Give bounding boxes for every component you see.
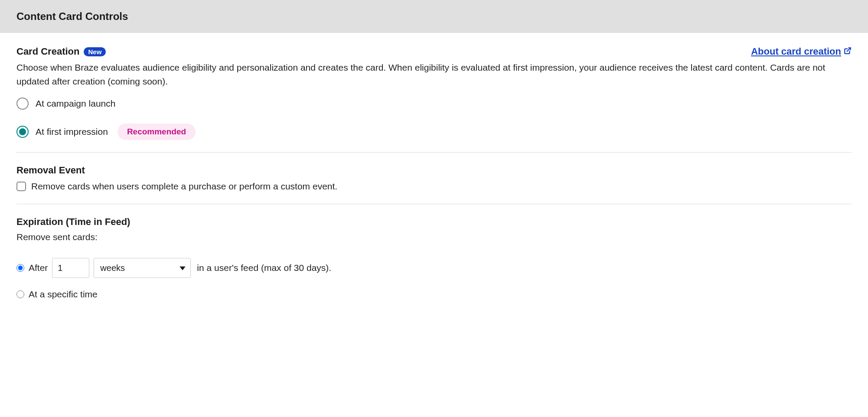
removal-checkbox[interactable] xyxy=(16,182,26,191)
divider xyxy=(16,152,852,153)
radio-after[interactable] xyxy=(16,264,24,272)
divider xyxy=(16,204,852,204)
card-creation-section: Card Creation New About card creation Ch… xyxy=(16,46,852,140)
card-creation-radio-group: At campaign launch At first impression R… xyxy=(16,98,852,140)
about-card-creation-link[interactable]: About card creation xyxy=(751,46,852,57)
unit-select[interactable]: weeks xyxy=(94,258,191,278)
expiration-title: Expiration (Time in Feed) xyxy=(16,216,852,228)
radio-option-campaign-launch[interactable]: At campaign launch xyxy=(16,98,852,110)
radio-specific-time[interactable] xyxy=(16,290,24,298)
removal-checkbox-label: Remove cards when users complete a purch… xyxy=(31,181,337,192)
about-link-text: About card creation xyxy=(751,46,841,57)
recommended-pill: Recommended xyxy=(117,124,196,140)
radio-circle-selected[interactable] xyxy=(16,126,29,138)
expiration-specific-time-row: At a specific time xyxy=(16,289,852,300)
expiration-after-row: After weeks in a user's feed (max of 30 … xyxy=(16,258,852,278)
removal-event-section: Removal Event Remove cards when users co… xyxy=(16,165,852,192)
external-link-icon xyxy=(844,46,852,57)
specific-time-label: At a specific time xyxy=(29,289,98,300)
expiration-section: Expiration (Time in Feed) Remove sent ca… xyxy=(16,216,852,300)
unit-select-value: weeks xyxy=(100,263,125,273)
unit-select-box[interactable]: weeks xyxy=(94,258,191,278)
radio-option-first-impression[interactable]: At first impression Recommended xyxy=(16,124,852,140)
radio-inner-dot xyxy=(19,128,26,135)
expiration-sublabel: Remove sent cards: xyxy=(16,232,852,242)
after-suffix-text: in a user's feed (max of 30 days). xyxy=(197,263,331,273)
section-header-row: Card Creation New About card creation xyxy=(16,46,852,57)
removal-checkbox-row[interactable]: Remove cards when users complete a purch… xyxy=(16,181,852,192)
removal-event-title: Removal Event xyxy=(16,165,852,176)
after-label: After xyxy=(29,263,48,273)
card-creation-title: Card Creation xyxy=(16,46,79,57)
content-area: Card Creation New About card creation Ch… xyxy=(0,33,868,328)
page-title: Content Card Controls xyxy=(16,10,852,23)
card-creation-description: Choose when Braze evaluates audience eli… xyxy=(16,61,852,88)
section-title-wrap: Card Creation New xyxy=(16,46,106,57)
after-number-input[interactable] xyxy=(52,258,89,278)
radio-circle-unselected[interactable] xyxy=(16,98,29,110)
new-badge: New xyxy=(84,47,106,56)
radio-label-launch: At campaign launch xyxy=(36,98,115,109)
radio-label-impression: At first impression xyxy=(36,127,108,137)
page-header: Content Card Controls xyxy=(0,0,868,33)
expiration-options: After weeks in a user's feed (max of 30 … xyxy=(16,258,852,300)
